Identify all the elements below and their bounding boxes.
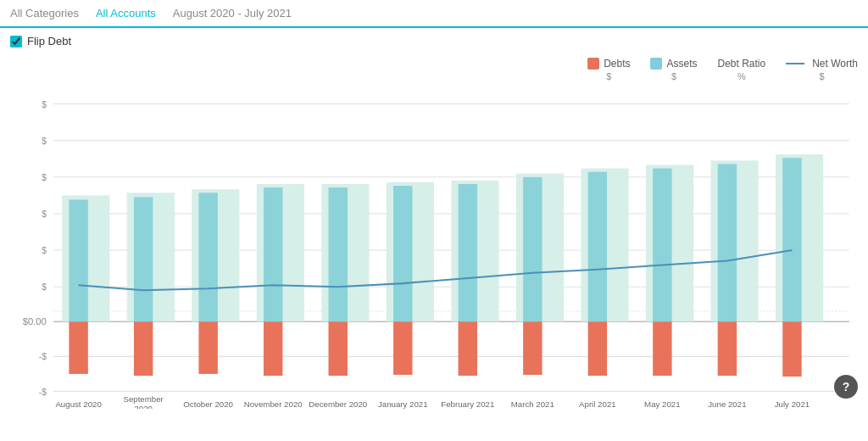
assets-color-icon	[650, 58, 662, 70]
asset-bar-7	[459, 184, 477, 321]
legend-debts-label: Debts	[604, 58, 630, 70]
asset-bar-1	[69, 200, 87, 322]
asset-bar-6	[393, 186, 412, 321]
asset-bar-4	[264, 187, 282, 321]
asset-bar-5	[329, 187, 348, 321]
legend-assets-sub: $	[671, 71, 676, 81]
flip-debt-row: Flip Debt	[0, 28, 868, 54]
debt-bar-5	[329, 321, 348, 376]
debt-bar-10	[653, 321, 671, 376]
svg-text:$: $	[42, 246, 47, 255]
topbar-date-range[interactable]: August 2020 - July 2021	[173, 7, 292, 20]
svg-text:$: $	[42, 209, 47, 219]
help-button[interactable]: ?	[834, 375, 858, 399]
debt-bar-6	[393, 321, 412, 375]
asset-bar-12	[782, 158, 801, 321]
legend-net-worth-label: Net Worth	[812, 58, 858, 70]
topbar-all-categories[interactable]: All Categories	[10, 7, 79, 20]
asset-bar-2	[134, 197, 153, 321]
svg-text:December 2020: December 2020	[309, 399, 368, 409]
debt-bar-9	[588, 321, 607, 376]
svg-text:May 2021: May 2021	[644, 399, 681, 409]
svg-text:February 2021: February 2021	[441, 399, 494, 409]
chart-area: $ $ $ $ $ $ $0.00 -$ -$	[0, 87, 868, 409]
debt-bar-3	[198, 321, 217, 374]
svg-text:November 2020: November 2020	[244, 399, 303, 409]
asset-bar-8	[523, 177, 542, 321]
svg-text:$: $	[42, 100, 47, 109]
svg-text:April 2021: April 2021	[579, 399, 616, 409]
debt-bar-4	[264, 321, 282, 376]
svg-text:June 2021: June 2021	[708, 399, 746, 409]
svg-text:October 2020: October 2020	[183, 399, 233, 409]
debts-color-icon	[587, 58, 599, 70]
legend-assets-label: Assets	[666, 58, 697, 70]
svg-text:$: $	[42, 173, 47, 182]
legend-debts-sub: $	[606, 71, 611, 81]
svg-text:$: $	[42, 137, 47, 146]
top-bar: All Categories All Accounts August 2020 …	[0, 0, 868, 28]
svg-text:August 2020: August 2020	[55, 399, 102, 409]
debt-bar-7	[459, 321, 477, 376]
svg-text:September: September	[123, 394, 164, 404]
chart-legend: Debts $ Assets $ Debt Ratio % Net Worth …	[0, 54, 868, 85]
legend-net-worth: Net Worth $	[786, 58, 858, 81]
debt-bar-12	[782, 321, 801, 377]
svg-text:$: $	[42, 282, 47, 292]
svg-text:-$: -$	[39, 388, 47, 397]
asset-bar-11	[718, 164, 737, 321]
legend-net-worth-sub: $	[820, 71, 825, 81]
svg-text:January 2021: January 2021	[378, 399, 428, 409]
legend-debt-ratio-label: Debt Ratio	[718, 58, 766, 70]
asset-bar-10	[653, 169, 671, 322]
debt-bar-8	[523, 321, 542, 375]
flip-debt-checkbox[interactable]	[10, 36, 22, 47]
legend-debt-ratio-sub: %	[737, 71, 746, 81]
debt-bar-1	[69, 321, 87, 374]
bar-chart: $ $ $ $ $ $ $0.00 -$ -$	[10, 87, 858, 409]
svg-text:March 2021: March 2021	[511, 399, 554, 409]
legend-assets: Assets $	[650, 58, 697, 81]
svg-text:July 2021: July 2021	[775, 399, 810, 409]
svg-text:$0.00: $0.00	[23, 316, 47, 327]
topbar-all-accounts[interactable]: All Accounts	[96, 7, 156, 20]
debt-bar-11	[718, 321, 737, 376]
chart-wrapper: $ $ $ $ $ $ $0.00 -$ -$	[10, 87, 858, 409]
svg-text:-$: -$	[39, 352, 47, 361]
asset-bar-9	[588, 172, 607, 322]
legend-debt-ratio: Debt Ratio %	[718, 58, 766, 81]
asset-bar-3	[198, 193, 217, 321]
net-worth-line-icon	[786, 63, 804, 64]
debt-bar-2	[134, 321, 153, 376]
legend-debts: Debts $	[587, 58, 630, 81]
svg-text:2020: 2020	[134, 404, 153, 409]
flip-debt-label: Flip Debt	[27, 35, 71, 47]
